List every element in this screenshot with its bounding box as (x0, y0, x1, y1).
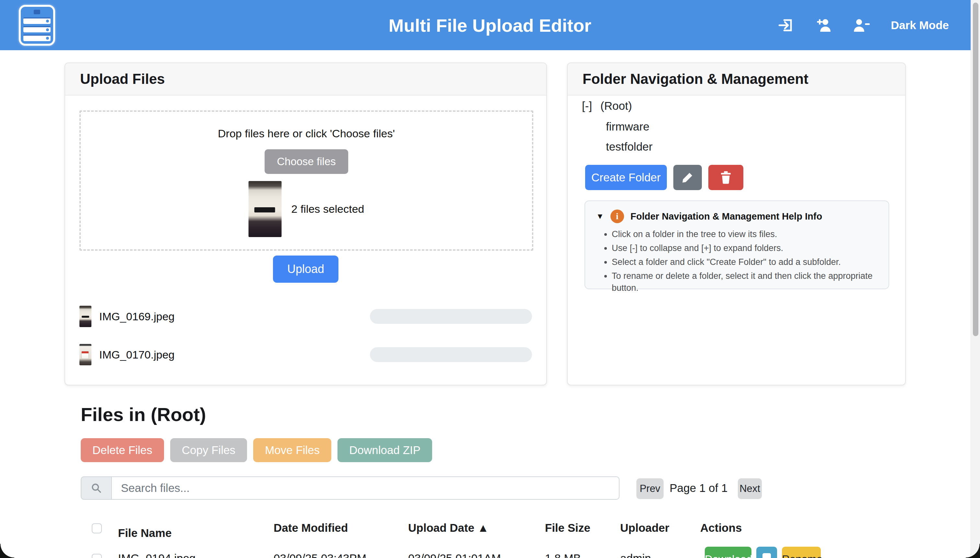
search-icon (90, 482, 103, 494)
remove-user-icon[interactable] (853, 17, 870, 33)
file-thumbnail (79, 306, 91, 327)
folder-tree-root[interactable]: [-] (Root) (582, 99, 632, 112)
column-header-file-size[interactable]: File Size (545, 519, 620, 534)
help-box-title: Folder Navigation & Management Help Info (631, 211, 822, 222)
upload-progress-bar (370, 347, 532, 362)
dropzone-hint: Drop files here or click 'Choose files' (81, 127, 532, 140)
page-indicator: Page 1 of 1 (666, 476, 731, 500)
table-row: IMG_0194.jpeg 03/09/25 03:43PM 03/09/25 … (81, 547, 911, 558)
download-zip-button[interactable]: Download ZIP (338, 438, 432, 462)
upload-card-title: Upload Files (65, 63, 546, 95)
row-checkbox[interactable] (92, 554, 102, 558)
selected-count-label: 2 files selected (292, 203, 364, 215)
download-file-button[interactable]: Download (705, 547, 751, 558)
cell-uploader: admin (620, 547, 700, 558)
copy-files-button[interactable]: Copy Files (170, 438, 247, 462)
collapse-caret-icon[interactable]: ▼ (596, 212, 604, 221)
upload-progress-bar (370, 309, 532, 324)
add-user-icon[interactable] (815, 17, 832, 33)
column-header-date-modified[interactable]: Date Modified (273, 519, 408, 534)
column-header-file-name[interactable]: File Name (118, 519, 273, 540)
upload-files-card: Upload Files Drop files here or click 'C… (64, 62, 547, 386)
delete-files-button[interactable]: Delete Files (81, 438, 164, 462)
next-page-button[interactable]: Next (738, 478, 762, 499)
column-header-upload-date[interactable]: Upload Date ▲ (408, 519, 545, 534)
row-actions: Download Rename (700, 547, 911, 558)
screen-corner (966, 544, 980, 558)
server-logo-icon (19, 5, 55, 46)
delete-folder-button[interactable] (708, 165, 743, 190)
queued-file-name: IMG_0170.jpeg (99, 348, 175, 361)
help-bullet: To rename or delete a folder, select it … (612, 270, 878, 294)
tree-root-label[interactable]: (Root) (600, 99, 632, 112)
folder-card-title: Folder Navigation & Management (568, 63, 905, 95)
clipboard-icon (763, 553, 771, 558)
cell-file-size: 1.8 MB (545, 547, 620, 558)
search-addon (81, 476, 112, 500)
help-bullet-list: Click on a folder in the tree to view it… (596, 228, 878, 294)
upload-queue-row: IMG_0169.jpeg (79, 305, 532, 327)
tree-collapse-toggle[interactable]: [-] (582, 99, 592, 112)
upload-button[interactable]: Upload (273, 256, 338, 283)
help-bullet: Select a folder and click "Create Folder… (612, 256, 878, 268)
info-icon: i (610, 210, 624, 223)
screen-corner (0, 544, 14, 558)
move-files-button[interactable]: Move Files (253, 438, 331, 462)
cell-upload-date: 03/09/25 01:01AM (408, 547, 545, 558)
cell-file-name: IMG_0194.jpeg (118, 547, 273, 558)
folder-tree-item[interactable]: testfolder (606, 140, 652, 153)
dark-mode-toggle[interactable]: Dark Mode (891, 19, 949, 32)
app-header: Multi File Upload Editor Dark Mode (0, 0, 980, 50)
folder-actions: Create Folder (585, 165, 743, 190)
files-section-heading: Files in (Root) (81, 404, 206, 425)
scrollbar-thumb[interactable] (973, 3, 978, 336)
login-icon[interactable] (778, 17, 795, 33)
app-page: Multi File Upload Editor Dark Mode Upl (0, 0, 980, 558)
choose-files-button[interactable]: Choose files (265, 149, 348, 174)
prev-page-button[interactable]: Prev (636, 478, 664, 499)
bulk-actions-row: Delete Files Copy Files Move Files Downl… (81, 438, 432, 462)
selected-files-preview: 2 files selected (249, 181, 364, 237)
page-title: Multi File Upload Editor (389, 15, 591, 36)
pencil-icon (681, 171, 694, 184)
rename-file-button[interactable]: Rename (782, 547, 821, 558)
help-box-header[interactable]: ▼ i Folder Navigation & Management Help … (596, 210, 878, 223)
help-bullet: Use [-] to collapse and [+] to expand fo… (612, 242, 878, 254)
file-dropzone[interactable]: Drop files here or click 'Choose files' … (79, 110, 533, 251)
help-bullet: Click on a folder in the tree to view it… (612, 228, 878, 240)
column-header-uploader[interactable]: Uploader (620, 519, 700, 534)
select-all-checkbox[interactable] (92, 524, 102, 533)
files-table-header: File Name Date Modified Upload Date ▲ Fi… (81, 519, 911, 540)
sort-ascending-icon: ▲ (478, 522, 489, 534)
folder-tree-item[interactable]: firmware (606, 120, 649, 133)
upload-queue-row: IMG_0170.jpeg (79, 344, 532, 366)
trash-icon (719, 171, 732, 184)
cell-date-modified: 03/09/25 03:43PM (273, 547, 408, 558)
search-pagination-row: Prev Page 1 of 1 Next (81, 476, 906, 500)
rename-folder-button[interactable] (673, 165, 702, 190)
folder-help-box: ▼ i Folder Navigation & Management Help … (585, 200, 889, 289)
column-header-actions: Actions (700, 519, 911, 534)
search-input[interactable] (112, 476, 619, 500)
copy-link-button[interactable] (756, 547, 777, 558)
folder-management-card: Folder Navigation & Management [-] (Root… (567, 62, 906, 386)
header-actions: Dark Mode (778, 17, 949, 33)
selected-file-thumbnail (249, 181, 282, 237)
queued-file-name: IMG_0169.jpeg (99, 310, 175, 323)
vertical-scrollbar[interactable] (970, 0, 980, 558)
file-thumbnail (79, 344, 91, 365)
create-folder-button[interactable]: Create Folder (585, 165, 667, 190)
